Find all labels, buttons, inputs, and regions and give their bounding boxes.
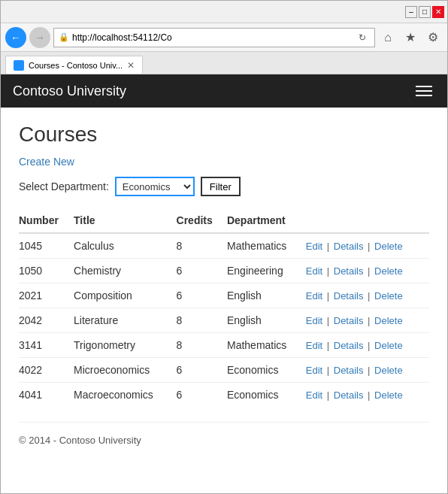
courses-table: Number Title Credits Department 1045Calc… <box>19 208 429 407</box>
details-link[interactable]: Details <box>334 340 364 351</box>
address-input[interactable] <box>72 32 352 43</box>
cell-actions: Edit | Details | Delete <box>306 308 429 333</box>
tab-title: Courses - Contoso Univ... <box>29 61 123 70</box>
department-select[interactable]: AllEconomicsEngineeringEnglishMathematic… <box>115 177 195 196</box>
details-link[interactable]: Details <box>334 290 364 302</box>
cell-actions: Edit | Details | Delete <box>306 383 429 408</box>
home-button[interactable]: ⌂ <box>378 28 398 47</box>
refresh-button[interactable]: ↻ <box>355 30 370 45</box>
action-separator: | <box>365 389 374 401</box>
tab-close-button[interactable]: ✕ <box>127 60 135 71</box>
cell-credits: 6 <box>177 383 227 408</box>
edit-link[interactable]: Edit <box>306 241 322 252</box>
delete-link[interactable]: Delete <box>374 340 403 351</box>
details-link[interactable]: Details <box>334 315 364 326</box>
table-row: 1050Chemistry6EngineeringEdit | Details … <box>19 259 429 283</box>
cell-title: Trigonometry <box>74 333 177 358</box>
edit-link[interactable]: Edit <box>306 265 322 277</box>
action-separator: | <box>365 241 374 252</box>
tab-bar: Courses - Contoso Univ... ✕ <box>1 52 447 74</box>
table-row: 2021Composition6EnglishEdit | Details | … <box>19 283 429 308</box>
table-row: 4041Macroeconomics6EconomicsEdit | Detai… <box>19 383 429 408</box>
action-separator: | <box>324 315 332 326</box>
edit-link[interactable]: Edit <box>306 389 322 401</box>
details-link[interactable]: Details <box>334 365 364 376</box>
action-separator: | <box>324 365 332 376</box>
cell-number: 1045 <box>19 233 74 259</box>
delete-link[interactable]: Delete <box>374 265 403 277</box>
cell-number: 1050 <box>19 259 74 283</box>
filter-label: Select Department: <box>19 180 109 192</box>
titlebar-buttons: – □ ✕ <box>405 6 444 18</box>
table-row: 2042Literature8EnglishEdit | Details | D… <box>19 308 429 333</box>
col-header-department: Department <box>227 208 306 233</box>
filter-button[interactable]: Filter <box>201 177 241 196</box>
active-tab[interactable]: Courses - Contoso Univ... ✕ <box>5 56 143 74</box>
action-separator: | <box>365 290 374 302</box>
edit-link[interactable]: Edit <box>306 365 322 376</box>
cell-department: English <box>227 283 306 308</box>
forward-button[interactable]: → <box>29 27 50 48</box>
cell-number: 3141 <box>19 333 74 358</box>
cell-title: Calculus <box>74 233 177 259</box>
action-separator: | <box>324 265 332 277</box>
delete-link[interactable]: Delete <box>374 365 403 376</box>
col-header-actions <box>306 208 429 233</box>
delete-link[interactable]: Delete <box>374 241 403 252</box>
cell-actions: Edit | Details | Delete <box>306 283 429 308</box>
cell-number: 2021 <box>19 283 74 308</box>
browser-titlebar: – □ ✕ <box>1 1 447 23</box>
lock-icon: 🔒 <box>59 32 69 42</box>
action-separator: | <box>324 290 332 302</box>
action-separator: | <box>365 365 374 376</box>
cell-title: Microeconomics <box>74 358 177 383</box>
cell-title: Macroeconomics <box>74 383 177 408</box>
settings-button[interactable]: ⚙ <box>423 28 443 47</box>
create-new-link[interactable]: Create New <box>19 156 74 168</box>
cell-department: Economics <box>227 383 306 408</box>
cell-number: 4022 <box>19 358 74 383</box>
cell-actions: Edit | Details | Delete <box>306 259 429 283</box>
delete-link[interactable]: Delete <box>374 389 403 401</box>
minimize-button[interactable]: – <box>405 6 417 18</box>
cell-title: Literature <box>74 308 177 333</box>
col-header-number: Number <box>19 208 74 233</box>
table-row: 3141Trigonometry8MathematicsEdit | Detai… <box>19 333 429 358</box>
cell-credits: 6 <box>177 283 227 308</box>
cell-credits: 8 <box>177 233 227 259</box>
cell-actions: Edit | Details | Delete <box>306 233 429 259</box>
cell-number: 4041 <box>19 383 74 408</box>
back-button[interactable]: ← <box>5 27 26 48</box>
address-bar[interactable]: 🔒 ↻ <box>53 28 375 47</box>
table-row: 1045Calculus8MathematicsEdit | Details |… <box>19 233 429 259</box>
edit-link[interactable]: Edit <box>306 290 322 302</box>
details-link[interactable]: Details <box>334 265 364 277</box>
close-button[interactable]: ✕ <box>432 6 444 18</box>
cell-department: English <box>227 308 306 333</box>
delete-link[interactable]: Delete <box>374 290 403 302</box>
action-separator: | <box>365 340 374 351</box>
navbar-toggle[interactable] <box>413 83 435 99</box>
col-header-title: Title <box>74 208 177 233</box>
details-link[interactable]: Details <box>334 241 364 252</box>
filter-row: Select Department: AllEconomicsEngineeri… <box>19 177 429 196</box>
cell-title: Composition <box>74 283 177 308</box>
details-link[interactable]: Details <box>334 389 364 401</box>
app-navbar: Contoso University <box>1 74 447 108</box>
page-title: Courses <box>19 123 429 147</box>
favorites-button[interactable]: ★ <box>401 28 420 47</box>
maximize-button[interactable]: □ <box>419 6 431 18</box>
cell-department: Mathematics <box>227 233 306 259</box>
delete-link[interactable]: Delete <box>374 315 403 326</box>
edit-link[interactable]: Edit <box>306 315 322 326</box>
cell-credits: 6 <box>177 358 227 383</box>
page-footer: © 2014 - Contoso University <box>19 422 429 446</box>
edit-link[interactable]: Edit <box>306 340 322 351</box>
table-row: 4022Microeconomics6EconomicsEdit | Detai… <box>19 358 429 383</box>
page-body: Courses Create New Select Department: Al… <box>1 108 447 493</box>
tab-favicon <box>14 60 24 71</box>
action-separator: | <box>365 265 374 277</box>
action-separator: | <box>324 340 332 351</box>
cell-number: 2042 <box>19 308 74 333</box>
cell-actions: Edit | Details | Delete <box>306 358 429 383</box>
